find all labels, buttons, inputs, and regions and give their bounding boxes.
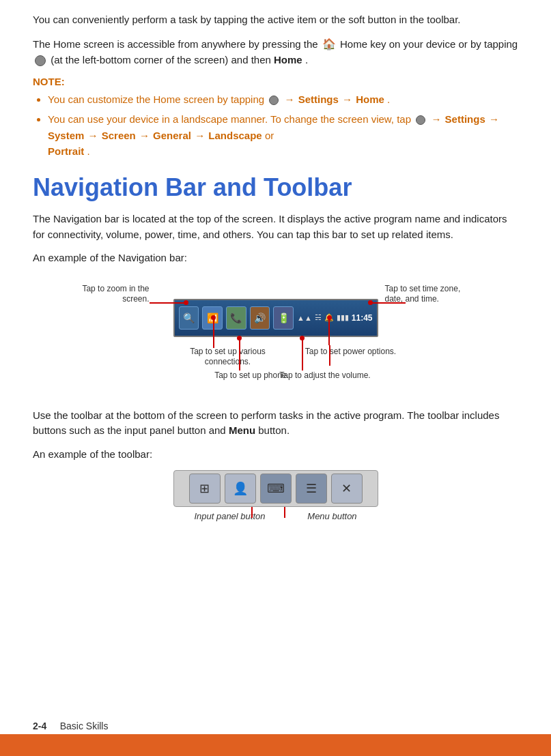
keyboard-btn[interactable]: ⌨ (260, 474, 292, 504)
power-line-h (329, 345, 330, 366)
close-btn[interactable]: ✕ (331, 474, 363, 504)
vol-dot (300, 336, 305, 340)
start-menu-icon (35, 55, 46, 66)
arrow-n2-3: → (88, 130, 101, 141)
menu-btn-line (284, 507, 285, 518)
arrow-n2-4: → (139, 130, 152, 141)
section-name: Basic Skills (60, 721, 109, 731)
battery-indicator: ▮▮▮ (337, 313, 349, 322)
toolbar-intro: Use the toolbar at the bottom of the scr… (33, 408, 518, 439)
power-line-v (328, 317, 330, 345)
note-item-2: You can use your device in a landscape m… (48, 111, 518, 159)
windows-start-btn[interactable]: ⊞ (189, 474, 221, 504)
phone-dot (237, 336, 242, 340)
toolbar-intro-end: button. (258, 424, 289, 436)
page-number: 2-4 (33, 721, 46, 731)
menu-button-label: Menu button (307, 511, 356, 521)
callout-power: Tap to set power options. (303, 347, 399, 358)
note-item2-end: . (87, 145, 90, 157)
arrow-n2-2: → (489, 113, 499, 125)
intro-p2-end: . (305, 54, 308, 66)
conn-line (213, 318, 214, 348)
note-item1-end: . (387, 93, 390, 105)
input-panel-line (251, 507, 253, 518)
contacts-btn[interactable]: 👤 (225, 474, 256, 504)
nav-example-label: An example of the Navigation bar: (33, 250, 518, 266)
nav-bar-inner: 🔍 📶 📞 🔊 🔋 ▲▲ ☵ 🔔 ▮▮▮ 11:45 (175, 300, 377, 336)
section-heading: Navigation Bar and Toolbar (33, 173, 518, 202)
arrow-n2-5: → (195, 130, 208, 141)
input-panel-label: Input panel button (194, 511, 265, 521)
general-2: General (153, 130, 191, 141)
arrow2: → (342, 93, 355, 105)
callout-vol: Tap to adjust the volume. (276, 370, 375, 381)
signal-indicator: ▲▲ (297, 314, 312, 322)
arrow-n2-1: → (431, 113, 444, 125)
conn-dot (211, 315, 216, 320)
time-dot (368, 300, 373, 305)
intro-paragraph-1: You can conveniently perform a task by t… (33, 12, 518, 28)
input-panel-btn[interactable]: ☰ (296, 474, 327, 504)
zoom-line (150, 302, 187, 304)
note-section: NOTE: You can customize the Home screen … (33, 76, 518, 159)
screen-2: Screen (102, 130, 136, 141)
arrow1: → (284, 93, 297, 105)
note-item1-before: You can customize the Home screen by tap… (48, 93, 264, 105)
menu-bold: Menu (229, 424, 255, 436)
intro-p2-mid: Home key on your device or by tapping (340, 38, 518, 50)
or-2: or (265, 130, 274, 141)
home-1: Home (356, 93, 384, 105)
note-label: NOTE: (33, 76, 518, 87)
footer-text: 2-4 Basic Skills (33, 721, 108, 731)
landscape-2: Landscape (208, 130, 262, 141)
wifi-indicator: ☵ (315, 313, 322, 322)
zoom-icon[interactable]: 🔍 (179, 306, 199, 330)
system-2: System (48, 130, 84, 141)
footer-bar (0, 734, 551, 756)
settings-2: Settings (445, 113, 485, 125)
volume-icon[interactable]: 🔊 (250, 306, 270, 330)
note-item-1: You can customize the Home screen by tap… (48, 91, 518, 107)
phone-icon[interactable]: 📞 (226, 306, 246, 330)
portrait-2: Portrait (48, 145, 84, 157)
nav-bar-diagram: 🔍 📶 📞 🔊 🔋 ▲▲ ☵ 🔔 ▮▮▮ 11:45 (78, 272, 474, 408)
start-icon-1 (269, 96, 279, 105)
toolbar-image: ⊞ 👤 ⌨ ☰ ✕ (173, 470, 378, 507)
toolbar-example-label: An example of the toolbar: (33, 447, 518, 463)
intro-p2-before: The Home screen is accessible from anywh… (33, 38, 318, 50)
callout-conn: Tap to set up various connections. (184, 347, 272, 368)
home-bold: Home (274, 54, 302, 66)
power-icon[interactable]: 🔋 (273, 306, 294, 330)
intro-paragraph-2: The Home screen is accessible from anywh… (33, 36, 518, 68)
note-item2-before: You can use your device in a landscape m… (48, 113, 411, 125)
settings-1: Settings (298, 93, 339, 105)
toolbar-diagram: ⊞ 👤 ⌨ ☰ ✕ Input panel button Menu button (160, 470, 392, 521)
callout-zoom: Tap to zoom in the screen. (78, 284, 150, 305)
toolbar-labels: Input panel button Menu button (173, 511, 378, 521)
time-line (371, 302, 406, 304)
page-content: You can conveniently perform a task by t… (0, 0, 551, 521)
note-list: You can customize the Home screen by tap… (33, 91, 518, 159)
time-display: 11:45 (352, 313, 373, 323)
home-key-icon: 🏠 (322, 38, 336, 50)
phone-line (239, 338, 240, 370)
start-icon-2 (416, 115, 425, 125)
nav-description: The Navigation bar is located at the top… (33, 212, 518, 242)
zoom-dot (184, 300, 188, 305)
intro-p2-mid2: (at the left-bottom corner of the screen… (51, 54, 271, 66)
nav-bar-image: 🔍 📶 📞 🔊 🔋 ▲▲ ☵ 🔔 ▮▮▮ 11:45 (173, 299, 378, 337)
